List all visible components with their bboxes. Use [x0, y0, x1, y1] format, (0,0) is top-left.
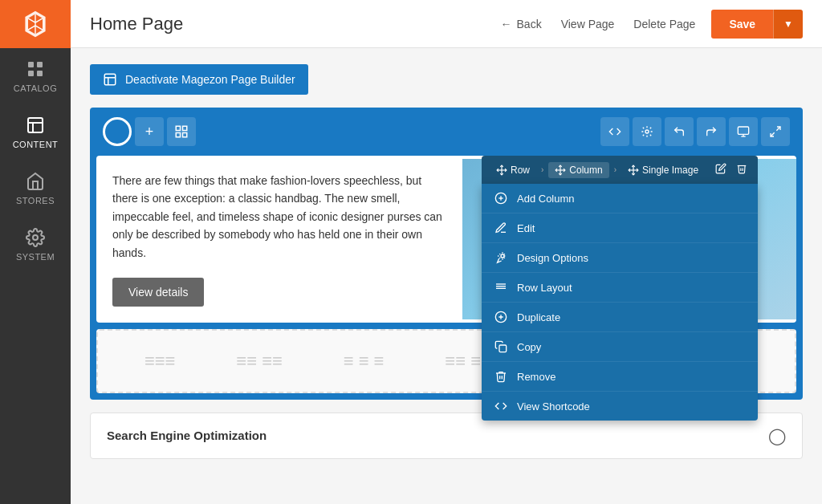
layout-icon: [494, 281, 507, 294]
shortcode-icon: [494, 400, 507, 413]
trash-icon: [494, 370, 507, 383]
view-details-button[interactable]: View details: [112, 278, 204, 307]
topbar: Home Page ← Back View Page Delete Page S…: [71, 0, 822, 48]
grid-view-button[interactable]: [167, 117, 196, 146]
save-button-group: Save ▼: [711, 10, 803, 39]
svg-rect-13: [176, 133, 180, 137]
svg-point-15: [645, 130, 649, 133]
svg-rect-2: [28, 71, 34, 76]
menu-view-shortcode[interactable]: View Shortcode: [482, 392, 758, 421]
svg-rect-8: [104, 74, 116, 85]
seo-chevron-icon: ◯: [768, 426, 786, 445]
column-icon: [555, 165, 566, 176]
plus-icon: [494, 192, 507, 205]
page-builder: +: [90, 108, 803, 400]
builder-row: There are few things that make fashion-l…: [96, 156, 796, 323]
expand-button[interactable]: [761, 117, 790, 146]
menu-duplicate[interactable]: Duplicate: [482, 303, 758, 332]
svg-rect-42: [499, 345, 507, 352]
svg-rect-16: [738, 127, 748, 134]
svg-point-7: [33, 235, 38, 240]
svg-line-19: [776, 127, 780, 131]
circle-tool-button[interactable]: [103, 117, 132, 146]
svg-line-20: [771, 132, 775, 136]
undo-button[interactable]: [665, 117, 694, 146]
main-area: Home Page ← Back View Page Delete Page S…: [71, 0, 822, 504]
body-text: There are few things that make fashion-l…: [112, 172, 446, 262]
redo-button[interactable]: [697, 117, 726, 146]
pencil-icon: [494, 222, 507, 234]
sidebar-item-stores[interactable]: STORES: [0, 161, 71, 217]
plus-icon: +: [145, 124, 154, 140]
copy-icon: [494, 340, 507, 353]
page-title: Home Page: [90, 14, 485, 35]
text-column: There are few things that make fashion-l…: [96, 156, 462, 323]
menu-row-layout[interactable]: Row Layout: [482, 273, 758, 303]
breadcrumb-column[interactable]: Column: [548, 162, 608, 178]
placeholder-icon-2: ≡≡ ≡≡: [236, 351, 282, 372]
svg-rect-0: [28, 62, 34, 67]
save-button[interactable]: Save: [711, 10, 773, 39]
builder-toolbar: +: [96, 114, 796, 149]
context-menu: Add Column Edit Design Options Row: [482, 184, 758, 421]
back-arrow-icon: ←: [501, 18, 512, 30]
deactivate-banner[interactable]: Deactivate Magezon Page Builder: [90, 64, 308, 95]
code-view-button[interactable]: [600, 117, 629, 146]
menu-copy[interactable]: Copy: [482, 332, 758, 362]
image-icon: [628, 165, 639, 176]
duplicate-icon: [494, 311, 507, 323]
edit-inline-button[interactable]: [713, 161, 729, 179]
delete-inline-button[interactable]: [734, 161, 750, 179]
menu-add-column[interactable]: Add Column: [482, 184, 758, 213]
sidebar-item-system[interactable]: SYSTEM: [0, 217, 71, 273]
topbar-nav: ← Back View Page Delete Page: [501, 18, 696, 30]
view-page-link[interactable]: View Page: [561, 18, 615, 30]
breadcrumb-actions: [713, 161, 750, 179]
placeholder-icon-3: ≡ ≡ ≡: [344, 351, 385, 372]
sidebar: CATALOG CONTENT STORES SYSTEM: [0, 0, 71, 504]
breadcrumb-row[interactable]: Row: [490, 162, 536, 178]
delete-page-link[interactable]: Delete Page: [633, 18, 695, 30]
svg-rect-12: [183, 126, 187, 130]
move-icon: [496, 165, 507, 176]
sidebar-item-catalog[interactable]: CATALOG: [0, 48, 71, 104]
context-menu-wrapper: Row › Column › Single Image: [482, 156, 758, 421]
sidebar-item-content[interactable]: CONTENT: [0, 104, 71, 161]
content-area: Deactivate Magezon Page Builder +: [71, 48, 822, 504]
menu-remove[interactable]: Remove: [482, 362, 758, 392]
back-link[interactable]: ← Back: [501, 18, 542, 30]
magento-logo: [0, 0, 71, 48]
add-element-button[interactable]: +: [135, 117, 164, 146]
desktop-preview-button[interactable]: [729, 117, 758, 146]
context-breadcrumb: Row › Column › Single Image: [482, 156, 758, 184]
menu-design-options[interactable]: Design Options: [482, 243, 758, 273]
placeholder-icon-1: ≡≡≡: [144, 351, 176, 372]
svg-rect-1: [37, 62, 43, 67]
svg-rect-4: [28, 118, 43, 132]
settings-button[interactable]: [633, 117, 661, 146]
svg-rect-14: [183, 133, 187, 137]
seo-title: Search Engine Optimization: [107, 429, 267, 442]
wand-icon: [494, 251, 507, 264]
svg-rect-3: [37, 71, 43, 76]
menu-edit[interactable]: Edit: [482, 213, 758, 243]
svg-rect-11: [176, 126, 180, 130]
toolbar-right-actions: [600, 117, 790, 146]
breadcrumb-single-image[interactable]: Single Image: [621, 162, 705, 178]
svg-point-37: [501, 254, 504, 258]
save-dropdown-button[interactable]: ▼: [773, 10, 803, 39]
